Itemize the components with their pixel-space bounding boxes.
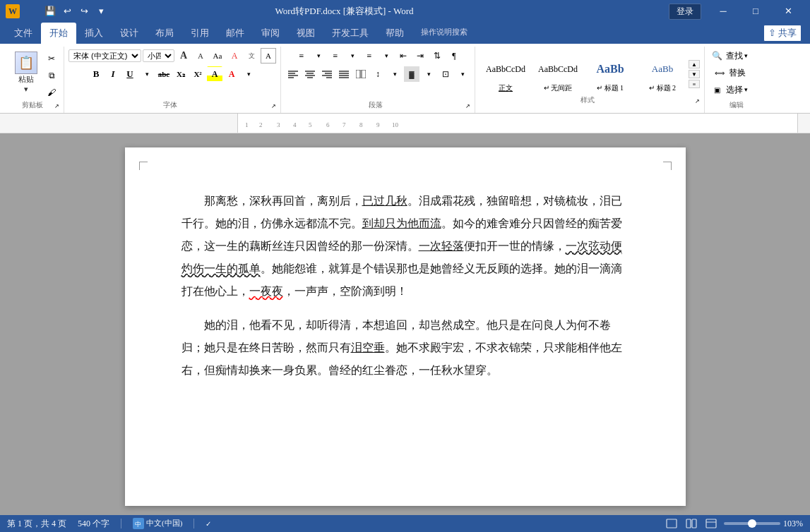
minimize-button[interactable]: ─: [707, 0, 739, 23]
paragraph-label: 段落: [285, 100, 465, 111]
align-center-button[interactable]: [302, 66, 318, 82]
maximize-button[interactable]: □: [739, 0, 772, 23]
font-shrink-button[interactable]: A: [193, 48, 208, 64]
more-button[interactable]: ▾: [93, 4, 109, 19]
tab-review[interactable]: 审阅: [253, 23, 288, 44]
svg-rect-17: [362, 70, 366, 78]
styles-scroll-up[interactable]: ▲: [689, 60, 700, 68]
tab-design[interactable]: 设计: [112, 23, 147, 44]
find-arrow[interactable]: ▾: [744, 52, 748, 59]
align-right-button[interactable]: [319, 66, 335, 82]
tab-references[interactable]: 引用: [182, 23, 218, 44]
redo-button[interactable]: ↪: [76, 4, 92, 19]
styles-scroll-more[interactable]: ≡: [689, 80, 700, 88]
editing-content: 🔍 查找 ▾ ⟺ 替换 ▣ 选择 ▾: [709, 48, 748, 100]
subscript-button[interactable]: X₂: [173, 66, 189, 82]
underline-arrow[interactable]: ▾: [139, 66, 155, 82]
read-mode-button[interactable]: [684, 516, 698, 531]
styles-scroll: ▲ ▼ ≡: [689, 60, 700, 88]
tab-view[interactable]: 视图: [288, 23, 323, 44]
tab-home[interactable]: 开始: [41, 23, 76, 44]
show-marks-button[interactable]: ¶: [446, 48, 462, 64]
style-heading2-preview: AaBb: [641, 55, 684, 83]
font-color-arrow[interactable]: ▾: [241, 66, 256, 82]
document-page[interactable]: 那离愁，深秋再回首，离别后，已过几秋。泪成霜花残，独留暗想，对镜梳妆，泪已千行。…: [125, 147, 686, 506]
styles-scroll-down[interactable]: ▼: [689, 70, 700, 78]
style-heading2[interactable]: AaBb ↵ 标题 2: [636, 53, 689, 95]
italic-button[interactable]: I: [105, 66, 121, 82]
line-spacing-button[interactable]: ↕: [370, 66, 386, 82]
svg-text:中: 中: [135, 521, 141, 528]
borders-button[interactable]: ⊡: [438, 66, 453, 82]
multilevel-arrow[interactable]: ▾: [379, 48, 394, 64]
tab-insert[interactable]: 插入: [76, 23, 112, 44]
style-heading1[interactable]: AaBb ↵ 标题 1: [584, 53, 636, 95]
align-left-button[interactable]: [285, 66, 301, 82]
bullet-arrow[interactable]: ▾: [311, 48, 326, 64]
justify-button[interactable]: [336, 66, 352, 82]
select-button[interactable]: 选择: [726, 84, 743, 96]
clipboard-expand[interactable]: ↗: [54, 103, 59, 109]
paste-label: 粘贴: [18, 74, 34, 85]
format-painter-button[interactable]: 🖌: [44, 85, 59, 100]
font-size-select[interactable]: 小四: [143, 49, 174, 62]
print-layout-button[interactable]: [665, 516, 679, 531]
tab-file[interactable]: 文件: [6, 23, 41, 44]
tab-search[interactable]: 操作说明搜索: [412, 23, 476, 44]
style-normal[interactable]: AaBbCcDd 正文: [480, 53, 532, 95]
copy-button[interactable]: ⧉: [44, 68, 59, 83]
cut-button[interactable]: ✂: [44, 51, 59, 66]
paragraph-expand[interactable]: ↗: [465, 103, 470, 109]
bold-button[interactable]: B: [88, 66, 104, 82]
char-border-button[interactable]: A: [261, 48, 276, 64]
borders-arrow[interactable]: ▾: [455, 66, 470, 82]
tab-layout[interactable]: 布局: [147, 23, 182, 44]
multilevel-button[interactable]: ≡: [362, 48, 377, 64]
text-highlight-button[interactable]: A: [207, 66, 222, 82]
paste-icon: 📋: [15, 52, 37, 74]
clear-format-button[interactable]: A: [227, 48, 242, 64]
strikethrough-button[interactable]: abc: [156, 66, 172, 82]
decrease-indent-button[interactable]: ⇤: [395, 48, 411, 64]
save-button[interactable]: 💾: [42, 4, 58, 19]
shading-button[interactable]: ▓: [404, 66, 419, 82]
superscript-button[interactable]: X²: [190, 66, 206, 82]
sort-button[interactable]: ⇅: [429, 48, 445, 64]
tab-developer[interactable]: 开发工具: [323, 23, 377, 44]
paste-button[interactable]: 📋 粘贴 ▾: [10, 48, 42, 97]
tab-help[interactable]: 帮助: [377, 23, 412, 44]
paragraph-content: ≡ ▾ ≡ ▾ ≡ ▾ ⇤ ⇥ ⇅ ¶: [285, 48, 470, 100]
font-color-button[interactable]: A: [224, 66, 239, 82]
share-button[interactable]: ⇧ 共享: [763, 25, 802, 42]
close-button[interactable]: ✕: [772, 0, 804, 23]
underline-button[interactable]: U: [122, 66, 138, 82]
zoom-slider[interactable]: [724, 522, 780, 525]
styles-expand[interactable]: ↗: [695, 98, 700, 104]
increase-indent-button[interactable]: ⇥: [412, 48, 428, 64]
web-layout-button[interactable]: [704, 516, 718, 531]
font-expand[interactable]: ↗: [271, 103, 276, 109]
font-grow-button[interactable]: A: [176, 48, 191, 64]
change-case-button[interactable]: Aa: [210, 48, 225, 64]
style-nospace[interactable]: AaBbCcDd ↵ 无间距: [532, 53, 584, 95]
page-count: 第 1 页，共 4 页: [7, 518, 66, 530]
quick-access-toolbar: 💾 ↩ ↪ ▾: [42, 4, 109, 19]
columns-button[interactable]: [353, 66, 369, 82]
page-corner-tr: [663, 162, 672, 170]
undo-button[interactable]: ↩: [59, 4, 75, 19]
phonetic-button[interactable]: 文: [244, 48, 259, 64]
shading-arrow[interactable]: ▾: [421, 66, 436, 82]
line-spacing-arrow[interactable]: ▾: [387, 66, 403, 82]
replace-button[interactable]: 替换: [729, 67, 746, 79]
paragraph-1[interactable]: 那离愁，深秋再回首，离别后，已过几秋。泪成霜花残，独留暗想，对镜梳妆，泪已千行。…: [181, 190, 629, 303]
numbered-arrow[interactable]: ▾: [345, 48, 360, 64]
numbered-list-button[interactable]: ≡: [328, 48, 343, 64]
login-button[interactable]: 登录: [669, 4, 701, 20]
para-row2: ↕ ▾ ▓ ▾ ⊡ ▾: [285, 66, 470, 82]
select-arrow[interactable]: ▾: [744, 86, 748, 93]
paragraph-2[interactable]: 她的泪，他看不见，却听得清，本想追回，却岂然成空。他只是在问良人为何不卷归；她只…: [181, 314, 629, 382]
bullet-list-button[interactable]: ≡: [294, 48, 309, 64]
find-button[interactable]: 查找: [726, 50, 743, 62]
tab-mail[interactable]: 邮件: [218, 23, 253, 44]
font-name-select[interactable]: 宋体 (中文正文): [69, 49, 141, 62]
